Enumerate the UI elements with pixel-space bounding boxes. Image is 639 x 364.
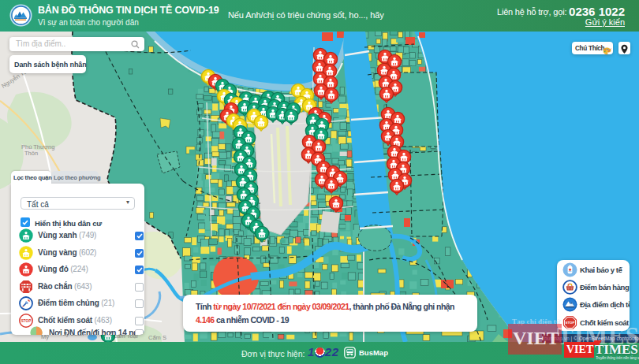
svg-text:STOP: STOP: [566, 321, 575, 325]
svg-text:STOP: STOP: [21, 319, 31, 323]
svg-text:Cẩm S: Cẩm S: [148, 334, 166, 341]
svg-text:Thôn: Thôn: [24, 150, 38, 157]
